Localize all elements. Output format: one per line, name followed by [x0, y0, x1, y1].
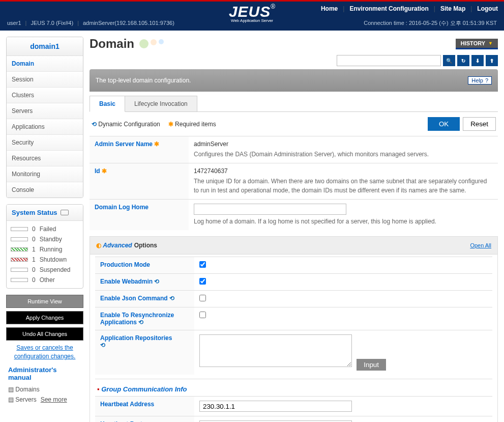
status-row: 1Running	[11, 244, 79, 255]
sync-icon: ⟲	[169, 295, 174, 302]
sidebar-item-security[interactable]: Security	[7, 135, 83, 151]
status-label: Suspended	[40, 266, 71, 273]
sidebar-item-console[interactable]: Console	[7, 182, 83, 198]
enable-json-command-label: Enable Json Command	[100, 295, 168, 302]
apply-changes-button[interactable]: Apply Changes	[6, 311, 83, 324]
status-row: 0Failed	[11, 224, 79, 234]
enable-webadmin-checkbox[interactable]	[199, 278, 206, 285]
search-input[interactable]	[337, 55, 441, 66]
status-count: 0	[32, 266, 36, 273]
status-swatch	[11, 278, 28, 282]
nav-home[interactable]: Home	[321, 5, 338, 12]
id-value: 1472740637	[194, 167, 493, 175]
sidebar-item-session[interactable]: Session	[7, 72, 83, 88]
nav-panel: domain1 Domain Session Clusters Servers …	[6, 37, 83, 198]
status-row: 1Shutdown	[11, 255, 79, 265]
status-count: 1	[32, 246, 36, 253]
system-status-title: System Status	[7, 205, 83, 221]
save-cancel-link[interactable]: Saves or cancels the configuration chang…	[6, 344, 83, 361]
manual-domains-link[interactable]: Domains	[15, 386, 39, 393]
server-label: adminServer(192.168.105.101:9736)	[83, 20, 174, 26]
user-label: user1	[7, 20, 21, 26]
xml-import-icon[interactable]: ⬇	[471, 55, 484, 66]
domain-log-home-desc: Log home of a domain. If a log home is n…	[194, 217, 493, 226]
id-desc: The unique ID for a domain. When there a…	[194, 177, 493, 195]
application-repositories-textarea[interactable]	[199, 334, 352, 367]
see-more-link[interactable]: See more	[41, 396, 67, 403]
action-buttons: Runtime View Apply Changes Undo All Chan…	[6, 295, 83, 361]
application-repositories-label: Application Repositories	[100, 334, 172, 342]
book-icon: ▤	[8, 386, 15, 393]
enable-webadmin-label: Enable Webadmin	[100, 278, 153, 285]
undo-all-changes-button[interactable]: Undo All Changes	[6, 327, 83, 341]
required-icon: ✱	[154, 140, 159, 148]
runtime-view-button[interactable]: Runtime View	[6, 295, 83, 308]
status-swatch	[11, 237, 28, 241]
history-button[interactable]: HISTORY▼	[456, 39, 498, 49]
required-icon: ✱	[102, 167, 107, 175]
production-mode-checkbox[interactable]	[199, 261, 206, 268]
status-label: Shutdown	[40, 256, 67, 263]
book-icon: ▤	[8, 396, 15, 403]
enable-json-command-checkbox[interactable]	[199, 295, 206, 301]
page-title: Domain	[90, 37, 134, 51]
input-button[interactable]: Input	[357, 359, 386, 371]
sidebar-item-resources[interactable]: Resources	[7, 151, 83, 166]
sidebar-item-monitoring[interactable]: Monitoring	[7, 166, 83, 182]
production-mode-label: Production Mode	[100, 261, 150, 268]
enable-resync-apps-checkbox[interactable]	[199, 312, 206, 318]
info-icon: ◐	[96, 242, 101, 249]
ok-button[interactable]: OK	[428, 117, 460, 131]
help-icon: ?	[485, 77, 488, 83]
status-label: Other	[40, 276, 55, 284]
group-communication-info-header: Group Communication Info	[95, 379, 492, 396]
xml-export-icon[interactable]: ⬆	[486, 55, 498, 66]
status-label: Running	[40, 246, 63, 253]
domain-log-home-label: Domain Log Home	[95, 204, 149, 211]
tab-lifecycle[interactable]: Lifecycle Invocation	[125, 96, 197, 111]
manual-links: ▤ Domains ▤ ServersSee more	[6, 384, 83, 405]
sidebar-item-clusters[interactable]: Clusters	[7, 88, 83, 103]
connection-time: Connection time : 2016-05-25 (수) 오후 01:5…	[364, 19, 497, 27]
advanced-options-header[interactable]: ◐ AdvancedOptions Open All	[90, 236, 498, 255]
id-label: Id	[95, 167, 100, 175]
domain-log-home-input[interactable]	[194, 204, 346, 215]
dynamic-config-label: Dynamic Configuration	[98, 121, 160, 128]
nav-logout[interactable]: Logout	[477, 5, 498, 12]
manual-title: Administrator's manual	[6, 361, 83, 384]
status-label: Standby	[40, 236, 62, 243]
jeus-logo: JEUS® Web Application Server	[229, 3, 275, 23]
status-swatch	[11, 247, 28, 251]
refresh-icon[interactable]: ↻	[457, 55, 469, 66]
system-status-panel: System Status 0Failed0Standby1Running1Sh…	[6, 204, 83, 289]
nav-sitemap[interactable]: Site Map	[440, 5, 465, 12]
status-count: 0	[32, 236, 36, 243]
help-button[interactable]: Help?	[468, 76, 492, 85]
status-row: 0Other	[11, 275, 79, 285]
reset-button[interactable]: Reset	[463, 117, 496, 131]
status-swatch	[11, 227, 28, 231]
page-description: The top-level domain configuration.	[96, 77, 191, 84]
sync-icon: ⟲	[154, 278, 159, 285]
admin-server-name-label: Admin Server Name	[95, 140, 153, 148]
nav-env-config[interactable]: Environment Configuration	[349, 5, 428, 12]
admin-server-name-value: adminServer	[194, 140, 493, 148]
search-icon[interactable]: 🔍	[443, 55, 455, 66]
version-label: JEUS 7.0 (Fix#4)	[31, 20, 73, 26]
dynamic-config-icon: ⟲	[92, 121, 97, 128]
sync-icon: ⟲	[138, 319, 143, 326]
sidebar-item-domain[interactable]: Domain	[7, 56, 83, 72]
manual-servers-link[interactable]: Servers	[15, 396, 36, 403]
sync-icon: ⟲	[100, 342, 105, 349]
domain-name-title[interactable]: domain1	[7, 37, 83, 56]
required-items-label: Required items	[175, 121, 216, 128]
tab-basic[interactable]: Basic	[90, 96, 125, 112]
status-row: 0Suspended	[11, 265, 79, 275]
sidebar-item-applications[interactable]: Applications	[7, 119, 83, 135]
status-count: 1	[32, 256, 36, 263]
sidebar-item-servers[interactable]: Servers	[7, 103, 83, 119]
heartbeat-address-input[interactable]	[199, 401, 352, 412]
open-all-link[interactable]: Open All	[470, 242, 491, 248]
status-count: 0	[32, 226, 36, 233]
admin-server-name-desc: Configures the DAS (Domain Administratio…	[194, 150, 493, 159]
